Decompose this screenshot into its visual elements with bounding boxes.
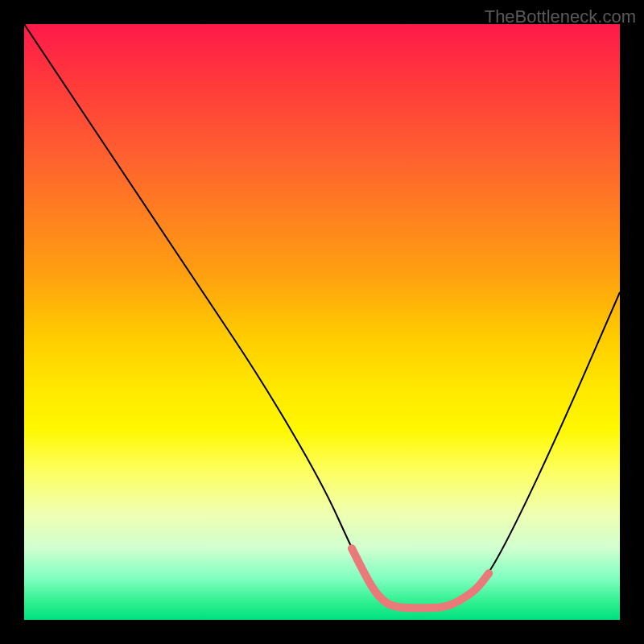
bottleneck-chart: TheBottleneck.com (0, 0, 644, 644)
curve-layer (24, 24, 620, 620)
bottleneck-curve-path (24, 24, 620, 608)
watermark-text: TheBottleneck.com (485, 6, 636, 27)
highlight-segment-path (352, 548, 489, 608)
